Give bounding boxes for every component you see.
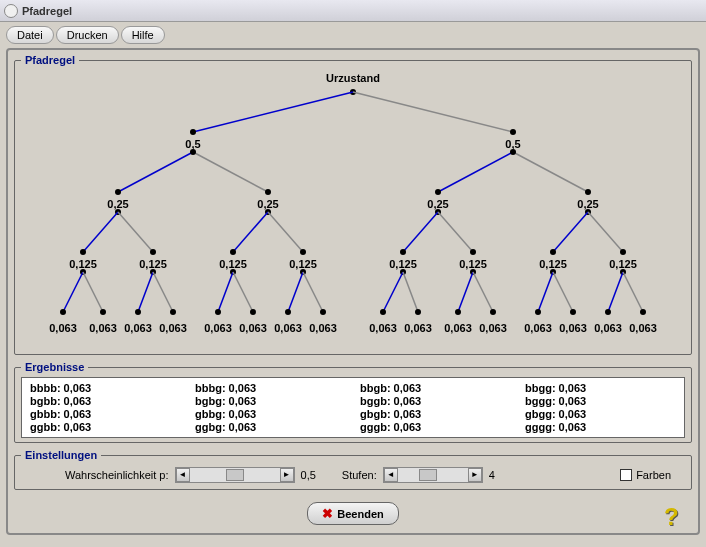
- svg-text:0,5: 0,5: [505, 138, 520, 150]
- svg-line-1: [193, 92, 353, 132]
- result-item: gbbb: 0,063: [30, 408, 181, 420]
- menu-hilfe[interactable]: Hilfe: [121, 26, 165, 44]
- svg-point-34: [150, 249, 156, 255]
- svg-point-77: [215, 309, 221, 315]
- legend-einstellungen: Einstellungen: [21, 449, 101, 461]
- tree-level4-nodes: [60, 309, 646, 315]
- prob-scrollbar[interactable]: ◄ ►: [175, 467, 295, 483]
- svg-line-8: [193, 152, 268, 192]
- menubar: Datei Drucken Hilfe: [6, 26, 700, 44]
- svg-point-35: [230, 249, 236, 255]
- svg-point-4: [510, 129, 516, 135]
- fieldset-pfadregel: Pfadregel Urzustand 0,5 0,5: [14, 54, 692, 355]
- svg-line-57: [63, 272, 83, 312]
- svg-line-58: [83, 272, 103, 312]
- svg-text:0,063: 0,063: [274, 322, 302, 334]
- svg-line-65: [383, 272, 403, 312]
- svg-point-33: [80, 249, 86, 255]
- menu-datei[interactable]: Datei: [6, 26, 54, 44]
- svg-line-2: [353, 92, 513, 132]
- svg-point-87: [605, 309, 611, 315]
- arrow-right-icon[interactable]: ►: [280, 468, 294, 482]
- arrow-left-icon[interactable]: ◄: [176, 468, 190, 482]
- help-icon[interactable]: ?: [664, 503, 686, 525]
- prob-label: Wahrscheinlichkeit p:: [65, 469, 169, 481]
- svg-point-86: [570, 309, 576, 315]
- titlebar: Pfadregel: [0, 0, 706, 22]
- svg-point-38: [470, 249, 476, 255]
- svg-line-69: [538, 272, 553, 312]
- menu-drucken[interactable]: Drucken: [56, 26, 119, 44]
- svg-line-67: [458, 272, 473, 312]
- arrow-left-icon[interactable]: ◄: [384, 468, 398, 482]
- svg-text:0,125: 0,125: [459, 258, 487, 270]
- svg-text:0,063: 0,063: [479, 322, 507, 334]
- svg-line-64: [303, 272, 323, 312]
- svg-point-84: [490, 309, 496, 315]
- svg-text:0,063: 0,063: [369, 322, 397, 334]
- result-item: bbgb: 0,063: [360, 382, 511, 394]
- svg-line-70: [553, 272, 573, 312]
- svg-line-28: [268, 212, 303, 252]
- svg-line-10: [513, 152, 588, 192]
- arrow-right-icon[interactable]: ►: [468, 468, 482, 482]
- scroll-thumb[interactable]: [226, 469, 244, 481]
- svg-point-11: [190, 149, 196, 155]
- tree-level4-edges: [63, 272, 643, 312]
- svg-text:0,063: 0,063: [524, 322, 552, 334]
- svg-text:0,063: 0,063: [309, 322, 337, 334]
- result-item: gbgg: 0,063: [525, 408, 676, 420]
- svg-text:0,063: 0,063: [404, 322, 432, 334]
- beenden-button[interactable]: ✖ Beenden: [307, 502, 398, 525]
- svg-text:0,063: 0,063: [159, 322, 187, 334]
- svg-line-60: [153, 272, 173, 312]
- svg-point-14: [265, 189, 271, 195]
- window-body: Datei Drucken Hilfe Pfadregel Urzustand …: [0, 22, 706, 541]
- svg-text:0,25: 0,25: [257, 198, 278, 210]
- svg-point-13: [115, 189, 121, 195]
- svg-text:0,125: 0,125: [219, 258, 247, 270]
- svg-text:0,063: 0,063: [444, 322, 472, 334]
- svg-point-37: [400, 249, 406, 255]
- svg-text:0,25: 0,25: [577, 198, 598, 210]
- close-icon: ✖: [322, 506, 333, 521]
- checkbox-box[interactable]: [620, 469, 632, 481]
- svg-point-76: [170, 309, 176, 315]
- svg-point-81: [380, 309, 386, 315]
- svg-point-15: [435, 189, 441, 195]
- svg-line-63: [288, 272, 303, 312]
- svg-point-88: [640, 309, 646, 315]
- scroll-track[interactable]: [398, 468, 468, 482]
- result-item: gbgb: 0,063: [360, 408, 511, 420]
- prob-value: 0,5: [301, 469, 316, 481]
- svg-text:0,125: 0,125: [539, 258, 567, 270]
- result-item: bggb: 0,063: [360, 395, 511, 407]
- svg-text:0,063: 0,063: [559, 322, 587, 334]
- svg-line-30: [438, 212, 473, 252]
- svg-point-39: [550, 249, 556, 255]
- result-item: ggbg: 0,063: [195, 421, 346, 433]
- svg-point-16: [585, 189, 591, 195]
- svg-line-59: [138, 272, 153, 312]
- result-item: bbgg: 0,063: [525, 382, 676, 394]
- svg-text:0,063: 0,063: [629, 322, 657, 334]
- svg-line-66: [403, 272, 418, 312]
- farben-checkbox[interactable]: Farben: [620, 469, 671, 481]
- stufen-value: 4: [489, 469, 495, 481]
- svg-line-25: [83, 212, 118, 252]
- scroll-thumb[interactable]: [419, 469, 437, 481]
- svg-text:0,125: 0,125: [69, 258, 97, 270]
- svg-point-78: [250, 309, 256, 315]
- svg-point-79: [285, 309, 291, 315]
- stufen-scrollbar[interactable]: ◄ ►: [383, 467, 483, 483]
- svg-line-61: [218, 272, 233, 312]
- svg-text:0,25: 0,25: [427, 198, 448, 210]
- scroll-track[interactable]: [190, 468, 280, 482]
- svg-line-7: [118, 152, 193, 192]
- svg-point-80: [320, 309, 326, 315]
- main-frame: Pfadregel Urzustand 0,5 0,5: [6, 48, 700, 535]
- window-title: Pfadregel: [22, 5, 72, 17]
- fieldset-einstellungen: Einstellungen Wahrscheinlichkeit p: ◄ ► …: [14, 449, 692, 490]
- svg-text:0,125: 0,125: [609, 258, 637, 270]
- result-item: gbbg: 0,063: [195, 408, 346, 420]
